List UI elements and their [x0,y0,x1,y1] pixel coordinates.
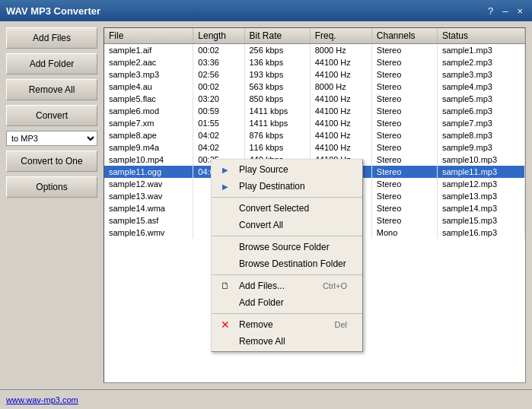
context-menu-convert-selected[interactable]: Convert Selected [212,200,362,217]
play-source-label: Play Source [239,164,288,175]
options-button[interactable]: Options [6,176,97,198]
cell-freq: 44100 Hz [310,105,371,117]
cell-bitrate: 1411 kbps [244,105,310,117]
cell-channels: Stereo [371,141,437,154]
cell-file: sample13.wav [104,190,193,202]
cell-channels: Stereo [371,166,437,178]
browse-source-label: Browse Source Folder [239,242,330,252]
cell-freq: 8000 Hz [310,44,371,57]
add-folder-button[interactable]: Add Folder [6,53,97,75]
context-menu-browse-source[interactable]: Browse Source Folder [212,239,362,255]
table-row[interactable]: sample9.m4a04:02116 kbps44100 HzStereosa… [104,141,525,154]
minimize-button[interactable]: – [499,5,511,17]
convert-button[interactable]: Convert [6,105,97,126]
remove-all-label: Remove All [239,336,285,347]
cell-length: 04:02 [193,141,244,154]
separator-4 [212,313,362,314]
separator-2 [212,236,362,236]
separator-1 [212,197,362,198]
main-container: Add Files Add Folder Remove All Convert … [0,21,532,389]
cell-channels: Stereo [371,81,437,93]
col-header-bitrate: Bit Rate [244,28,310,44]
format-select[interactable]: to MP3 to WAV to AAC to OGG to FLAC [6,131,97,146]
col-header-file: File [104,28,193,44]
cell-channels: Stereo [371,117,437,129]
cell-channels: Stereo [371,105,437,117]
context-menu-add-files[interactable]: 🗋 Add Files... Ctrl+O [212,277,362,294]
title-bar-controls: ? – × [485,5,526,17]
cell-bitrate: 193 kbps [244,68,310,81]
add-files-button[interactable]: Add Files [6,27,97,49]
cell-status: sample11.mp3 [437,166,524,178]
convert-selected-label: Convert Selected [239,203,309,214]
cell-channels: Stereo [371,214,437,227]
cell-channels: Stereo [371,202,437,214]
table-row[interactable]: sample7.xm01:551411 kbps44100 HzStereosa… [104,117,525,129]
sidebar: Add Files Add Folder Remove All Convert … [6,27,97,383]
cell-freq: 44100 Hz [310,141,371,154]
cell-file: sample14.wma [104,202,193,214]
context-menu-convert-all[interactable]: Convert All [212,217,362,233]
cell-status: sample4.mp3 [437,81,524,93]
play-destination-label: Play Destination [239,181,305,192]
convert-to-one-button[interactable]: Convert to One [6,151,97,172]
col-header-length: Length [193,28,244,44]
remove-label: Remove [239,319,273,330]
cell-file: sample5.flac [104,93,193,105]
cell-channels: Stereo [371,190,437,202]
separator-3 [212,274,362,275]
cell-bitrate: 1411 kbps [244,117,310,129]
play-source-icon: ▶ [218,166,233,174]
cell-freq: 8000 Hz [310,81,371,93]
table-row[interactable]: sample2.aac03:36136 kbps44100 HzStereosa… [104,56,525,68]
cell-channels: Stereo [371,93,437,105]
cell-freq: 44100 Hz [310,117,371,129]
context-menu-play-source[interactable]: ▶ Play Source [212,161,362,178]
remove-all-button[interactable]: Remove All [6,79,97,100]
context-menu: ▶ Play Source ▶ Play Destination Convert… [211,159,363,352]
cell-channels: Stereo [371,56,437,68]
table-row[interactable]: sample6.mod00:591411 kbps44100 HzStereos… [104,105,525,117]
context-menu-play-destination[interactable]: ▶ Play Destination [212,178,362,195]
cell-length: 02:56 [193,68,244,81]
cell-freq: 44100 Hz [310,93,371,105]
cell-file: sample9.m4a [104,141,193,154]
play-destination-icon: ▶ [218,182,233,191]
cell-bitrate: 850 kbps [244,93,310,105]
cell-file: sample7.xm [104,117,193,129]
format-select-row: to MP3 to WAV to AAC to OGG to FLAC [6,131,97,146]
cell-channels: Stereo [371,68,437,81]
status-bar: www.wav-mp3.com [0,389,532,409]
cell-status: sample15.mp3 [437,214,524,227]
add-files-icon: 🗋 [218,281,233,291]
help-button[interactable]: ? [485,5,496,17]
table-header-row: File Length Bit Rate Freq. Channels Stat… [104,28,525,44]
context-menu-remove[interactable]: ✕ Remove Del [212,316,362,333]
cell-file: sample6.mod [104,105,193,117]
cell-channels: Mono [371,227,437,239]
cell-length: 00:02 [193,81,244,93]
cell-status: sample10.mp3 [437,154,524,166]
cell-length: 01:55 [193,117,244,129]
cell-bitrate: 116 kbps [244,141,310,154]
cell-channels: Stereo [371,154,437,166]
cell-bitrate: 563 kbps [244,81,310,93]
cell-bitrate: 136 kbps [244,56,310,68]
cell-status: sample12.mp3 [437,178,524,190]
table-row[interactable]: sample8.ape04:02876 kbps44100 HzStereosa… [104,129,525,141]
website-link[interactable]: www.wav-mp3.com [6,395,78,404]
close-button[interactable]: × [514,5,526,17]
context-menu-add-folder[interactable]: Add Folder [212,294,362,311]
remove-icon: ✕ [218,319,233,331]
col-header-channels: Channels [371,28,437,44]
table-row[interactable]: sample5.flac03:20850 kbps44100 HzStereos… [104,93,525,105]
context-menu-remove-all[interactable]: Remove All [212,333,362,350]
table-row[interactable]: sample1.aif00:02256 kbps8000 HzStereosam… [104,44,525,57]
context-menu-browse-destination[interactable]: Browse Destination Folder [212,255,362,272]
cell-channels: Stereo [371,178,437,190]
table-row[interactable]: sample3.mp302:56193 kbps44100 HzStereosa… [104,68,525,81]
cell-status: sample8.mp3 [437,129,524,141]
table-row[interactable]: sample4.au00:02563 kbps8000 HzStereosamp… [104,81,525,93]
cell-status: sample14.mp3 [437,202,524,214]
cell-status: sample3.mp3 [437,68,524,81]
